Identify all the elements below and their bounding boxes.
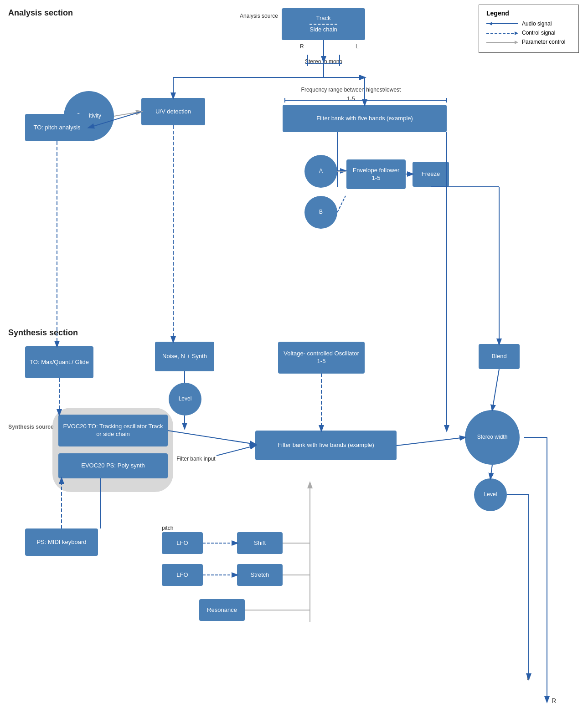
legend-title: Legend <box>486 10 571 17</box>
synthesis-section-label: Synthesis section <box>8 328 78 338</box>
lfo-box-1[interactable]: LFO <box>162 532 203 554</box>
pitch-label: pitch <box>162 525 173 531</box>
svg-line-23 <box>114 112 141 116</box>
svg-line-32 <box>337 196 346 212</box>
svg-line-58 <box>217 446 255 456</box>
circle-a: A <box>304 155 337 188</box>
frequency-range-label: Frequency range between highest/lowest <box>273 87 428 93</box>
track-sidechain-box[interactable]: Track Side chain <box>282 8 365 40</box>
max-quant-glide-box[interactable]: TO: Max/Quant./ Glide <box>25 346 93 378</box>
shift-box[interactable]: Shift <box>237 532 283 554</box>
legend-audio-signal: Audio signal <box>486 21 571 27</box>
level-circle-stereo: Level <box>474 478 507 511</box>
range-numbers-label: 1-5 <box>301 96 401 102</box>
lfo-box-2[interactable]: LFO <box>162 564 203 586</box>
main-container: Legend Audio signal Control signal Param… <box>0 0 588 708</box>
uv-detection-box[interactable]: U/V detection <box>141 98 205 125</box>
vco-box[interactable]: Voltage- controlled Oscillator 1-5 <box>278 342 365 374</box>
svg-line-43 <box>490 465 492 478</box>
filter-bank-input-label: Filter bank input <box>173 456 219 462</box>
evoc20-ps-box[interactable]: EVOC20 PS: Poly synth <box>58 453 168 478</box>
analysis-section-label: Analysis section <box>8 8 73 18</box>
analysis-source-label: Analysis source <box>219 13 278 19</box>
svg-line-40 <box>492 369 499 410</box>
resonance-box[interactable]: Resonance <box>199 599 245 621</box>
freeze-box[interactable]: Freeze <box>413 162 449 187</box>
svg-line-41 <box>168 431 255 444</box>
svg-marker-4 <box>515 41 518 44</box>
level-circle-synth: Level <box>169 383 201 416</box>
envelope-follower-box[interactable]: Envelope follower 1-5 <box>346 159 406 189</box>
synthesis-source-label: Synthesis source <box>8 424 54 430</box>
stereo-to-mono-label: Stereo to mono <box>292 58 356 65</box>
circle-b: B <box>304 196 337 229</box>
svg-marker-0 <box>489 22 492 26</box>
legend-box: Legend Audio signal Control signal Param… <box>479 5 579 53</box>
bottom-r-label: R <box>552 697 556 704</box>
filter-bank-synthesis-box[interactable]: Filter bank with five bands (example) <box>255 431 397 460</box>
r-label: R <box>300 43 304 50</box>
noise-synth-box[interactable]: Noise, N + Synth <box>155 342 214 371</box>
legend-control-signal: Control signal <box>486 30 571 36</box>
svg-line-42 <box>397 437 465 446</box>
l-label: L <box>356 43 359 50</box>
evoc20-to-box[interactable]: EVOC20 TO: Tracking oscillator Track or … <box>58 415 168 446</box>
blend-box[interactable]: Blend <box>479 344 520 369</box>
filter-bank-analysis-box[interactable]: Filter bank with five bands (example) <box>283 105 447 132</box>
stereo-width-circle[interactable]: Stereo width <box>465 410 520 465</box>
bottom-l-label: L <box>526 674 530 682</box>
legend-param-control: Parameter control <box>486 39 571 45</box>
stretch-box[interactable]: Stretch <box>237 564 283 586</box>
svg-marker-2 <box>515 31 518 35</box>
pitch-analysis-box[interactable]: TO: pitch analysis <box>25 114 89 141</box>
ps-midi-keyboard-box[interactable]: PS: MIDI keyboard <box>25 528 98 556</box>
